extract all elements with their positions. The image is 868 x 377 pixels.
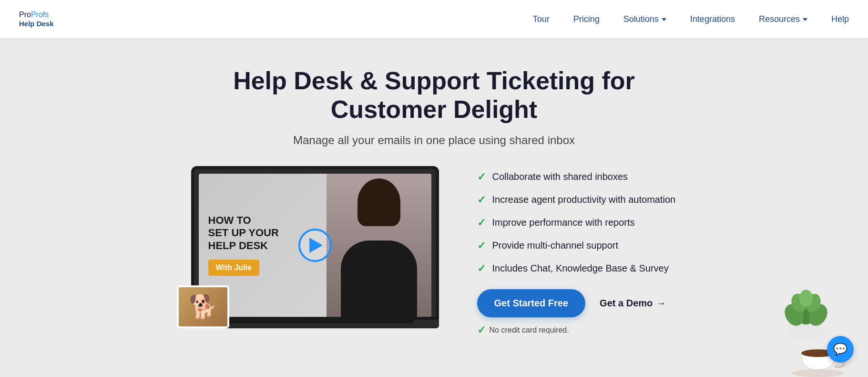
header: ProProfs Help Desk Tour Pricing Solution… (0, 0, 868, 38)
nav-pricing[interactable]: Pricing (573, 14, 600, 24)
hero-section: Help Desk & Support Ticketing for Custom… (0, 38, 868, 377)
no-cc-label: ✓ No credit card required. (477, 324, 677, 336)
feature-text-1: Collaborate with shared inboxes (492, 171, 628, 182)
nav-integrations[interactable]: Integrations (690, 14, 735, 24)
feature-item-1: ✓ Collaborate with shared inboxes (477, 171, 677, 183)
svg-point-6 (799, 290, 813, 307)
feature-item-4: ✓ Provide multi-channel support (477, 240, 677, 252)
nav-solutions[interactable]: Solutions (623, 14, 666, 24)
check-icon-1: ✓ (477, 171, 486, 183)
play-icon (309, 238, 323, 253)
get-demo-button[interactable]: Get a Demo → (600, 298, 666, 309)
check-icon-nocc: ✓ (477, 324, 486, 336)
features-list: ✓ Collaborate with shared inboxes ✓ Incr… (477, 166, 677, 336)
check-icon-2: ✓ (477, 194, 486, 206)
feature-item-5: ✓ Includes Chat, Knowledge Base & Survey (477, 262, 677, 275)
nav-tour[interactable]: Tour (533, 14, 550, 24)
check-icon-3: ✓ (477, 217, 486, 229)
nav-resources[interactable]: Resources (759, 14, 807, 24)
person-hair (357, 178, 400, 226)
feature-item-3: ✓ Improve performance with reports (477, 217, 677, 229)
logo-pro: Pro (19, 10, 31, 19)
plant-decoration (773, 262, 839, 339)
cta-area: Get Started Free Get a Demo → (477, 289, 677, 317)
video-how-to-text: HOW TO SET UP YOUR HELP DESK (208, 214, 279, 252)
video-with-julie: With Julie (208, 260, 259, 276)
hero-headline: Help Desk & Support Ticketing for Custom… (196, 67, 673, 124)
solutions-chevron-icon (662, 18, 666, 21)
video-person-illustration (327, 174, 431, 317)
person-body (341, 241, 417, 317)
hero-content: HOW TO SET UP YOUR HELP DESK With Julie (38, 166, 830, 336)
logo-subtitle: Help Desk (19, 20, 54, 28)
logo[interactable]: ProProfs Help Desk (19, 10, 54, 28)
chat-icon: 💬 (833, 343, 848, 356)
logo-profs: Profs (31, 10, 49, 19)
svg-point-7 (792, 369, 844, 377)
feature-text-5: Includes Chat, Knowledge Base & Survey (492, 263, 669, 274)
feature-item-2: ✓ Increase agent productivity with autom… (477, 194, 677, 206)
get-started-button[interactable]: Get Started Free (477, 289, 586, 317)
chat-bubble-button[interactable]: 💬 (827, 336, 854, 363)
resources-chevron-icon (803, 18, 807, 21)
check-icon-5: ✓ (477, 262, 486, 275)
check-icon-4: ✓ (477, 240, 486, 252)
video-container: HOW TO SET UP YOUR HELP DESK With Julie (191, 166, 439, 328)
feature-text-2: Increase agent productivity with automat… (492, 194, 676, 205)
hero-subheadline: Manage all your emails in one place usin… (38, 134, 830, 147)
feature-text-3: Improve performance with reports (492, 217, 635, 228)
dog-icon: 🐕 (189, 293, 217, 320)
main-nav: Tour Pricing Solutions Integrations Reso… (533, 14, 849, 24)
dog-photo: 🐕 (177, 285, 229, 328)
feature-text-4: Provide multi-channel support (492, 240, 619, 251)
video-text-area: HOW TO SET UP YOUR HELP DESK With Julie (199, 200, 288, 290)
nav-help[interactable]: Help (831, 14, 849, 24)
video-inner[interactable]: HOW TO SET UP YOUR HELP DESK With Julie (199, 174, 431, 317)
play-button[interactable] (298, 229, 332, 262)
logo-text: ProProfs (19, 10, 54, 19)
